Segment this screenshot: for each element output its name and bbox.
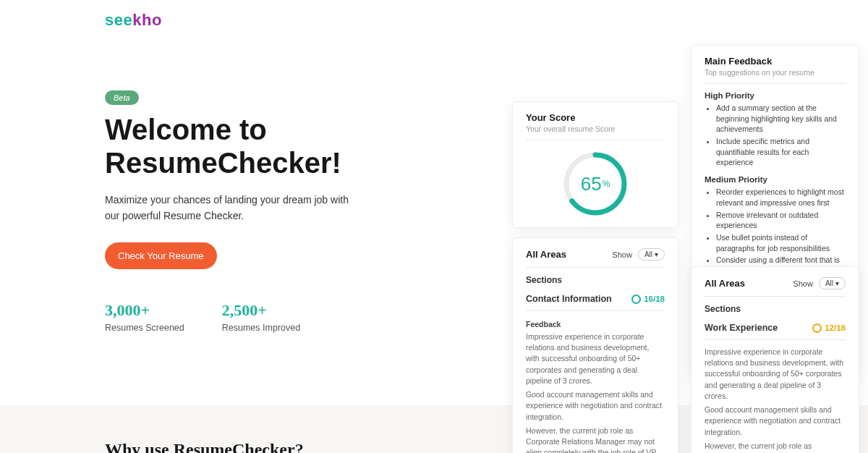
divider bbox=[705, 83, 846, 84]
list-item: Reorder experiences to highlight most re… bbox=[716, 187, 846, 208]
sections-label: Sections bbox=[526, 275, 665, 285]
check-ring-icon bbox=[631, 295, 641, 304]
section-name: Contact Information bbox=[526, 294, 612, 304]
stat-value: 2,500+ bbox=[222, 301, 300, 320]
sections-label: Sections bbox=[705, 304, 846, 314]
score-title: Your Score bbox=[526, 112, 665, 123]
feedback-text: Impressive experience in corporate relat… bbox=[526, 331, 665, 386]
feedback-text: However, the current job role as Corpora… bbox=[526, 426, 665, 453]
logo[interactable]: seekho bbox=[105, 11, 868, 30]
divider bbox=[526, 140, 665, 140]
priority-medium: Medium Priority bbox=[705, 175, 846, 184]
areas-title: All Areas bbox=[526, 249, 566, 260]
score-card: Your Score Your overall resume Score 65% bbox=[512, 101, 678, 228]
score-sub: Your overall resume Score bbox=[526, 124, 665, 133]
areas-card-contact: All Areas Show All ▾ Sections Contact In… bbox=[512, 237, 678, 453]
section-score: 16/18 bbox=[631, 295, 665, 304]
feedback-text: However, the current job role as Corpora… bbox=[705, 441, 846, 453]
feedback-text: Impressive experience in corporate relat… bbox=[705, 347, 846, 402]
feedback-sub: Top suggestions on your resume bbox=[705, 68, 846, 77]
priority-high: High Priority bbox=[705, 91, 846, 100]
stat-label: Resumes Screened bbox=[105, 323, 184, 333]
check-resume-button[interactable]: Check Your Resume bbox=[105, 242, 217, 269]
warn-ring-icon bbox=[812, 323, 822, 333]
section-name: Work Experience bbox=[705, 323, 778, 333]
title-line-1: Welcome to bbox=[105, 114, 267, 145]
areas-title: All Areas bbox=[705, 278, 745, 289]
priority-high-list: Add a summary section at the beginning h… bbox=[705, 103, 846, 168]
feedback-text: Good account management skills and exper… bbox=[526, 389, 665, 423]
divider bbox=[705, 296, 846, 297]
filter-dropdown[interactable]: All ▾ bbox=[819, 277, 846, 289]
stat-screened: 3,000+ Resumes Screened bbox=[105, 301, 184, 333]
divider bbox=[705, 339, 846, 340]
list-item: Add a summary section at the beginning h… bbox=[716, 103, 846, 135]
beta-badge: Beta bbox=[105, 90, 139, 105]
chevron-down-icon: ▾ bbox=[835, 279, 839, 287]
show-label: Show bbox=[793, 279, 813, 288]
areas-card-work: All Areas Show All ▾ Sections Work Exper… bbox=[691, 266, 859, 453]
list-item: Remove irrelevant or outdated experience… bbox=[716, 210, 846, 231]
logo-part-ho: ho bbox=[142, 11, 162, 29]
filter-dropdown[interactable]: All ▾ bbox=[638, 248, 665, 261]
logo-part-see: see bbox=[105, 11, 132, 29]
score-value: 65% bbox=[562, 151, 629, 217]
stat-label: Resumes Improved bbox=[222, 323, 300, 333]
page-subhead: Maximize your chances of landing your dr… bbox=[105, 192, 365, 224]
stat-value: 3,000+ bbox=[105, 301, 184, 320]
list-item: Use bullet points instead of paragraphs … bbox=[716, 232, 846, 253]
feedback-text: Good account management skills and exper… bbox=[705, 405, 846, 438]
section-score: 12/18 bbox=[812, 323, 846, 333]
feedback-title: Main Feedback bbox=[705, 56, 846, 67]
divider bbox=[526, 267, 665, 268]
score-gauge: 65% bbox=[562, 151, 629, 217]
header: seekho bbox=[0, 0, 868, 40]
priority-medium-list: Reorder experiences to highlight most re… bbox=[705, 187, 846, 276]
logo-part-k: k bbox=[132, 11, 142, 29]
divider bbox=[526, 310, 665, 311]
feedback-label: Feedback bbox=[526, 320, 665, 329]
list-item: Include specific metrics and quantifiabl… bbox=[716, 136, 846, 168]
title-line-2: ResumeChecker! bbox=[105, 147, 341, 179]
stat-improved: 2,500+ Resumes Improved bbox=[222, 301, 300, 333]
show-label: Show bbox=[612, 250, 632, 259]
chevron-down-icon: ▾ bbox=[655, 250, 658, 258]
